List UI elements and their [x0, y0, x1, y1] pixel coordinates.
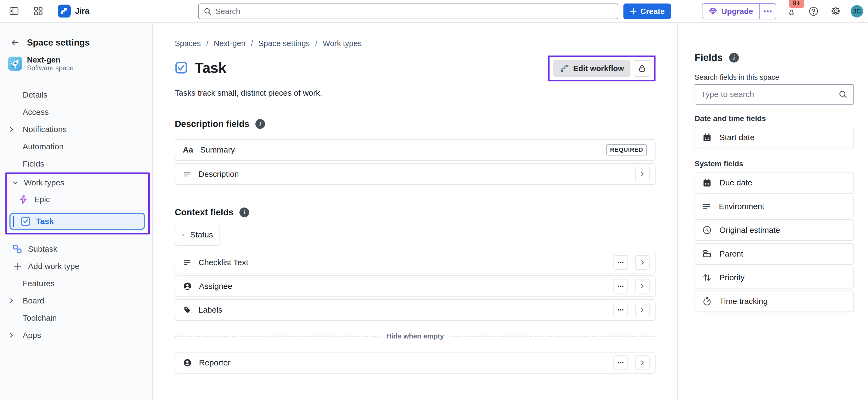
hide-when-empty-label: Hide when empty [386, 332, 444, 340]
notifications-button[interactable]: 9+ [784, 4, 799, 18]
unlock-button[interactable] [634, 60, 650, 77]
person-icon [183, 358, 192, 367]
chevron-right-icon [639, 171, 645, 177]
notification-count-badge: 9+ [789, 0, 804, 8]
field-card-start-date[interactable]: Start date [694, 127, 854, 148]
field-card-status[interactable]: Status [175, 224, 220, 246]
clock-icon [702, 225, 712, 235]
field-card-original-estimate[interactable]: Original estimate [694, 220, 854, 241]
info-icon[interactable]: i [255, 119, 265, 129]
collapse-sidebar-icon [9, 6, 19, 16]
unlock-icon [638, 64, 647, 73]
jira-logo-icon [58, 5, 71, 18]
breadcrumb-work-types[interactable]: Work types [323, 39, 362, 48]
sidebar-item-access[interactable]: Access [0, 103, 152, 121]
date-fields-group-heading: Date and time fields [694, 114, 854, 124]
plus-icon [13, 262, 22, 271]
top-navigation-bar: Jira Create Upgrade [0, 0, 868, 23]
context-fields-heading: Context fields [175, 207, 234, 218]
field-row-summary[interactable]: Aa Summary REQUIRED [175, 139, 655, 161]
system-fields-group-heading: System fields [694, 160, 854, 169]
sidebar-item-automation[interactable]: Automation [0, 138, 152, 155]
sidebar-item-board[interactable]: Board [0, 292, 152, 309]
description-fields-heading: Description fields [175, 119, 249, 129]
sidebar-item-add-work-type[interactable]: Add work type [0, 258, 152, 275]
jira-home-link[interactable]: Jira [58, 5, 89, 18]
fields-search-input[interactable] [701, 90, 838, 99]
field-card-time-tracking[interactable]: Time tracking [694, 291, 854, 312]
breadcrumb-space-settings[interactable]: Space settings [258, 39, 310, 48]
breadcrumb: Spaces / Next-gen / Space settings / Wor… [175, 39, 655, 48]
app-switcher-button[interactable] [31, 4, 45, 18]
sidebar-item-label: Automation [23, 142, 64, 151]
breadcrumb-spaces[interactable]: Spaces [175, 39, 201, 48]
hide-when-empty-divider: Hide when empty [175, 332, 655, 340]
sidebar-item-notifications[interactable]: Notifications [0, 121, 152, 138]
field-more-button[interactable] [614, 303, 628, 317]
expand-field-button[interactable] [635, 356, 650, 370]
drag-indicator [13, 216, 14, 227]
field-card-label: Start date [719, 133, 754, 142]
field-card-priority[interactable]: Priority [694, 267, 854, 288]
collapse-sidebar-button[interactable] [7, 4, 21, 18]
task-checkbox-icon [20, 216, 31, 227]
sidebar-item-apps[interactable]: Apps [0, 327, 152, 344]
help-button[interactable] [807, 4, 820, 18]
upgrade-button-label: Upgrade [721, 7, 753, 16]
field-card-parent[interactable]: Parent [694, 243, 854, 265]
sidebar-item-epic[interactable]: Epic [7, 191, 148, 208]
edit-workflow-button[interactable]: Edit workflow [553, 60, 631, 77]
field-row-assignee[interactable]: Assignee [175, 275, 655, 297]
field-more-button[interactable] [614, 356, 628, 370]
sidebar-item-label: Board [23, 296, 44, 305]
space-name: Next-gen [27, 56, 73, 64]
sidebar-item-toolchain[interactable]: Toolchain [0, 309, 152, 327]
field-more-button[interactable] [614, 255, 628, 270]
field-row-description[interactable]: Description [175, 163, 655, 185]
info-icon[interactable]: i [240, 207, 249, 217]
sidebar-item-work-types[interactable]: Work types [7, 174, 148, 191]
app-grid-icon [33, 6, 43, 16]
expand-field-button[interactable] [635, 167, 650, 181]
global-search-bar[interactable] [198, 3, 618, 19]
field-more-button[interactable] [614, 279, 628, 294]
page-subtitle: Tasks track small, distinct pieces of wo… [175, 89, 655, 98]
field-card-due-date[interactable]: Due date [694, 172, 854, 194]
sidebar-item-subtask[interactable]: Subtask [0, 240, 152, 258]
upgrade-more-button[interactable] [759, 4, 776, 19]
parent-icon [702, 249, 712, 259]
info-icon[interactable]: i [729, 53, 739, 63]
upgrade-button[interactable]: Upgrade [703, 4, 759, 19]
field-card-label: Due date [719, 178, 752, 187]
field-card-environment[interactable]: Environment [694, 196, 854, 217]
field-row-label: Labels [198, 305, 222, 314]
sidebar-menu: Details Access Notifications Automation … [0, 86, 152, 344]
back-button[interactable] [9, 37, 21, 48]
sidebar-item-task-selected[interactable]: Task [9, 213, 145, 230]
breadcrumb-space[interactable]: Next-gen [214, 39, 246, 48]
space-avatar [8, 57, 22, 71]
global-search-input[interactable] [215, 7, 613, 16]
user-avatar[interactable]: JC [851, 5, 863, 18]
field-row-checklist-text[interactable]: Checklist Text [175, 252, 655, 273]
expand-field-button[interactable] [635, 303, 650, 317]
sidebar-item-label: Add work type [28, 262, 79, 271]
expand-field-button[interactable] [635, 279, 650, 294]
search-icon [838, 90, 847, 99]
description-fields-list: Aa Summary REQUIRED Description [175, 139, 655, 185]
sidebar-item-features[interactable]: Features [0, 275, 152, 292]
create-button-label: Create [641, 7, 665, 16]
create-button[interactable]: Create [623, 3, 671, 19]
sidebar-item-fields[interactable]: Fields [0, 155, 152, 172]
expand-field-button[interactable] [635, 255, 650, 270]
ellipsis-icon [618, 309, 624, 311]
tag-icon [183, 306, 191, 314]
stopwatch-icon [702, 296, 712, 306]
field-row-reporter[interactable]: Reporter [175, 352, 655, 373]
sidebar-item-details[interactable]: Details [0, 86, 152, 103]
field-card-label: Environment [719, 202, 764, 211]
fields-search-label: Search fields in this space [694, 73, 854, 82]
field-row-labels[interactable]: Labels [175, 299, 655, 321]
settings-button[interactable] [829, 4, 843, 18]
fields-search-bar[interactable] [694, 84, 854, 105]
